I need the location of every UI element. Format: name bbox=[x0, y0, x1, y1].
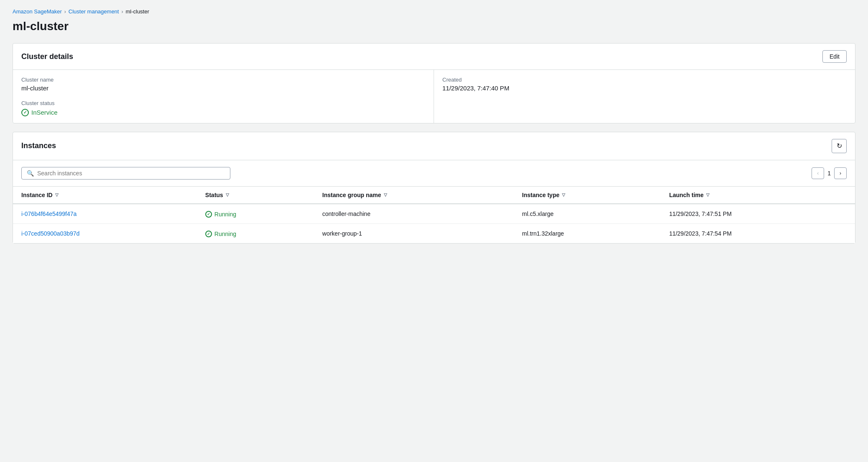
cluster-status-value: InService bbox=[21, 108, 425, 116]
cluster-name-value: ml-cluster bbox=[21, 85, 425, 92]
table-row: i-07ced50900a03b97d Running worker-group… bbox=[13, 223, 855, 243]
breadcrumb: Amazon SageMaker › Cluster management › … bbox=[13, 8, 855, 15]
cell-launch-time-1: 11/29/2023, 7:47:54 PM bbox=[661, 223, 855, 243]
breadcrumb-cluster-management[interactable]: Cluster management bbox=[69, 8, 119, 15]
col-header-launch-time-label: Launch time bbox=[669, 192, 703, 198]
status-text: InService bbox=[31, 109, 58, 116]
detail-col-left: Cluster name ml-cluster Cluster status I… bbox=[13, 70, 434, 123]
cell-instance-id-0: i-076b4f64e5499f47a bbox=[13, 204, 197, 224]
cluster-details-body: Cluster name ml-cluster Cluster status I… bbox=[13, 70, 855, 123]
col-header-instance-type: Instance type ▽ bbox=[514, 187, 661, 204]
table-body: i-076b4f64e5499f47a Running controller-m… bbox=[13, 204, 855, 243]
col-header-instance-id-label: Instance ID bbox=[21, 192, 53, 198]
search-bar-row: 🔍 ‹ 1 › bbox=[13, 160, 855, 187]
cell-status-1: Running bbox=[197, 223, 314, 243]
running-text-0: Running bbox=[214, 211, 236, 218]
breadcrumb-current: ml-cluster bbox=[125, 8, 149, 15]
cell-status-0: Running bbox=[197, 204, 314, 224]
status-check-icon bbox=[21, 109, 29, 116]
sort-icon-group-name[interactable]: ▽ bbox=[384, 192, 387, 197]
col-header-instance-id: Instance ID ▽ bbox=[13, 187, 197, 204]
breadcrumb-sagemaker[interactable]: Amazon SageMaker bbox=[13, 8, 62, 15]
col-header-status: Status ▽ bbox=[197, 187, 314, 204]
pagination: ‹ 1 › bbox=[812, 167, 847, 179]
instance-id-link-0[interactable]: i-076b4f64e5499f47a bbox=[21, 210, 77, 217]
cell-instance-type-0: ml.c5.xlarge bbox=[514, 204, 661, 224]
created-value: 11/29/2023, 7:47:40 PM bbox=[442, 85, 847, 92]
cell-instance-id-1: i-07ced50900a03b97d bbox=[13, 223, 197, 243]
running-text-1: Running bbox=[214, 231, 236, 237]
instances-title: Instances bbox=[21, 141, 56, 150]
search-input-wrapper[interactable]: 🔍 bbox=[21, 167, 230, 180]
table-header-row: Instance ID ▽ Status ▽ Instance group na… bbox=[13, 187, 855, 204]
edit-button[interactable]: Edit bbox=[822, 50, 847, 63]
cluster-status-label: Cluster status bbox=[21, 100, 425, 106]
pagination-next-button[interactable]: › bbox=[834, 167, 847, 179]
instance-id-link-1[interactable]: i-07ced50900a03b97d bbox=[21, 230, 79, 237]
breadcrumb-sep-1: › bbox=[64, 9, 66, 15]
table-row: i-076b4f64e5499f47a Running controller-m… bbox=[13, 204, 855, 224]
page-title: ml-cluster bbox=[13, 20, 855, 33]
sort-icon-instance-id[interactable]: ▽ bbox=[55, 192, 59, 197]
cluster-details-title: Cluster details bbox=[21, 52, 73, 61]
cluster-name-label: Cluster name bbox=[21, 77, 425, 83]
sort-icon-status[interactable]: ▽ bbox=[226, 192, 229, 197]
table-header: Instance ID ▽ Status ▽ Instance group na… bbox=[13, 187, 855, 204]
col-header-instance-group-name: Instance group name ▽ bbox=[314, 187, 514, 204]
search-icon: 🔍 bbox=[27, 170, 34, 177]
refresh-button[interactable]: ↻ bbox=[832, 139, 847, 153]
cell-launch-time-0: 11/29/2023, 7:47:51 PM bbox=[661, 204, 855, 224]
status-badge: InService bbox=[21, 109, 58, 116]
breadcrumb-sep-2: › bbox=[121, 9, 123, 15]
detail-col-right: Created 11/29/2023, 7:47:40 PM bbox=[434, 70, 855, 123]
col-header-instance-type-label: Instance type bbox=[522, 192, 559, 198]
cell-instance-type-1: ml.trn1.32xlarge bbox=[514, 223, 661, 243]
page-container: Amazon SageMaker › Cluster management › … bbox=[0, 0, 868, 260]
cluster-details-header: Cluster details Edit bbox=[13, 44, 855, 70]
pagination-prev-button[interactable]: ‹ bbox=[812, 167, 824, 179]
running-badge-1: Running bbox=[205, 231, 236, 237]
pagination-page: 1 bbox=[827, 170, 831, 177]
col-header-launch-time: Launch time ▽ bbox=[661, 187, 855, 204]
instances-header: Instances ↻ bbox=[13, 132, 855, 160]
sort-icon-launch-time[interactable]: ▽ bbox=[706, 192, 710, 197]
cell-group-name-0: controller-machine bbox=[314, 204, 514, 224]
sort-icon-instance-type[interactable]: ▽ bbox=[562, 192, 565, 197]
running-badge-0: Running bbox=[205, 211, 236, 218]
instances-card: Instances ↻ 🔍 ‹ 1 › Instance ID bbox=[13, 132, 855, 244]
col-header-status-label: Status bbox=[205, 192, 223, 198]
refresh-icon: ↻ bbox=[837, 142, 842, 150]
cell-group-name-1: worker-group-1 bbox=[314, 223, 514, 243]
instances-table: Instance ID ▽ Status ▽ Instance group na… bbox=[13, 187, 855, 243]
col-header-instance-group-name-label: Instance group name bbox=[322, 192, 381, 198]
running-icon-1 bbox=[205, 231, 212, 237]
running-icon-0 bbox=[205, 211, 212, 218]
created-label: Created bbox=[442, 77, 847, 83]
cluster-details-card: Cluster details Edit Cluster name ml-clu… bbox=[13, 43, 855, 123]
search-input[interactable] bbox=[37, 170, 225, 177]
